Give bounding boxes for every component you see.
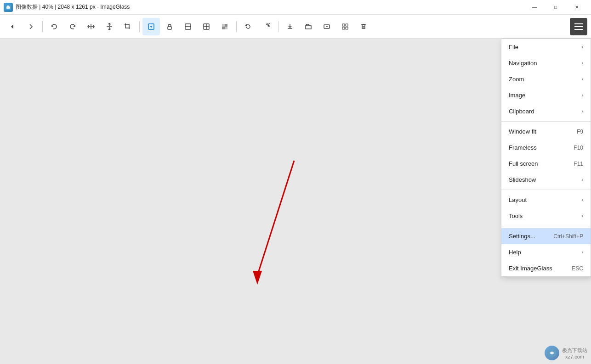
zoom-fit-button[interactable] (142, 18, 160, 35)
zoom-100-button[interactable] (179, 18, 197, 35)
minimize-button[interactable]: — (524, 0, 545, 15)
undo-button[interactable] (45, 18, 63, 35)
menu-tools-label: Tools (509, 213, 523, 219)
menu-full-screen[interactable]: Full screen F11 (501, 156, 591, 172)
save-as-button[interactable] (281, 18, 299, 35)
chevron-icon: › (582, 177, 583, 182)
app-icon (4, 3, 13, 12)
close-button[interactable]: ✕ (566, 0, 587, 15)
window-title: 图像数据 | 40% | 2048 x 1261 px - ImageGlass (16, 3, 130, 11)
menu-slideshow[interactable]: Slideshow › (501, 172, 591, 188)
menu-settings-label: Settings... (509, 233, 535, 240)
chevron-icon: › (582, 109, 583, 114)
sep2 (139, 21, 140, 32)
flip-h-button[interactable] (82, 18, 100, 35)
crop-button[interactable] (119, 18, 136, 35)
title-bar: 图像数据 | 40% | 2048 x 1261 px - ImageGlass… (0, 0, 591, 15)
watermark-logo (545, 346, 559, 360)
svg-rect-26 (574, 23, 583, 24)
menu-file[interactable]: File › (501, 39, 591, 55)
menu-sep1 (501, 121, 591, 122)
svg-rect-22 (342, 27, 345, 29)
rename-button[interactable] (318, 18, 335, 35)
menu-full-screen-label: Full screen (509, 160, 538, 167)
menu-zoom-label: Zoom (509, 76, 524, 83)
menu-layout-label: Layout (509, 196, 527, 203)
watermark: 极光下载站 xz7.com (545, 346, 587, 360)
svg-rect-15 (225, 24, 227, 27)
toolbar (0, 15, 591, 39)
chevron-icon: › (582, 45, 583, 50)
menu-zoom[interactable]: Zoom › (501, 71, 591, 87)
menu-image-label: Image (509, 92, 525, 99)
settings-shortcut: Ctrl+Shift+P (553, 233, 583, 240)
rotate-l-button[interactable] (239, 18, 257, 35)
flip-v-button[interactable] (101, 18, 118, 35)
menu-button[interactable] (570, 18, 587, 35)
menu-image[interactable]: Image › (501, 87, 591, 103)
chevron-icon: › (582, 197, 583, 202)
title-bar-left: 图像数据 | 40% | 2048 x 1261 px - ImageGlass (4, 3, 130, 12)
menu-settings[interactable]: Settings... Ctrl+Shift+P (501, 228, 591, 244)
open-button[interactable] (300, 18, 317, 35)
window-fit-shortcut: F9 (577, 129, 583, 135)
menu-navigation-label: Navigation (509, 60, 537, 67)
menu-frameless[interactable]: Frameless F10 (501, 140, 591, 156)
menu-clipboard[interactable]: Clipboard › (501, 103, 591, 119)
menu-exit-label: Exit ImageGlass (509, 265, 552, 272)
rotate-r-button[interactable] (258, 18, 275, 35)
menu-sep3 (501, 226, 591, 226)
delete-button[interactable] (355, 18, 372, 35)
menu-slideshow-label: Slideshow (509, 176, 536, 183)
chevron-icon: › (582, 61, 583, 66)
watermark-text: 极光下载站 xz7.com (562, 347, 587, 359)
chevron-icon: › (582, 93, 583, 98)
svg-rect-27 (574, 26, 583, 27)
chevron-icon: › (582, 77, 583, 82)
svg-rect-20 (342, 24, 345, 26)
svg-rect-28 (574, 29, 583, 30)
sep1 (42, 21, 43, 32)
menu-help[interactable]: Help › (501, 244, 591, 260)
menu-help-label: Help (509, 249, 521, 256)
menu-exit[interactable]: Exit ImageGlass ESC (501, 260, 591, 276)
svg-rect-8 (168, 27, 171, 29)
menu-file-label: File (509, 44, 518, 50)
svg-rect-23 (346, 27, 348, 29)
menu-window-fit[interactable]: Window fit F9 (501, 123, 591, 140)
full-screen-shortcut: F11 (574, 161, 583, 167)
thumbnail-button[interactable] (336, 18, 354, 35)
svg-rect-16 (222, 27, 225, 29)
sep3 (236, 21, 237, 32)
menu-sep2 (501, 190, 591, 190)
prev-button[interactable] (4, 18, 21, 35)
menu-clipboard-label: Clipboard (509, 108, 534, 115)
menu-window-fit-label: Window fit (509, 128, 536, 135)
menu-frameless-label: Frameless (509, 144, 537, 151)
title-bar-controls: — □ ✕ (524, 0, 587, 15)
next-button[interactable] (22, 18, 40, 35)
menu-navigation[interactable]: Navigation › (501, 55, 591, 71)
redo-button[interactable] (64, 18, 81, 35)
chevron-icon: › (582, 250, 583, 255)
sep4 (278, 21, 278, 32)
lock-zoom-button[interactable] (161, 18, 178, 35)
exit-shortcut: ESC (572, 265, 583, 272)
menu-tools[interactable]: Tools › (501, 208, 591, 224)
svg-rect-14 (222, 24, 225, 27)
menu-layout[interactable]: Layout › (501, 192, 591, 208)
zoom-custom-button[interactable] (198, 18, 215, 35)
svg-rect-17 (225, 27, 227, 29)
svg-rect-2 (7, 6, 9, 7)
chevron-icon: › (582, 213, 583, 218)
svg-rect-21 (346, 24, 348, 26)
maximize-button[interactable]: □ (545, 0, 566, 15)
dropdown-menu: File › Navigation › Zoom › Image › Clipb… (501, 39, 591, 277)
checkerboard-button[interactable] (216, 18, 233, 35)
frameless-shortcut: F10 (574, 145, 583, 151)
